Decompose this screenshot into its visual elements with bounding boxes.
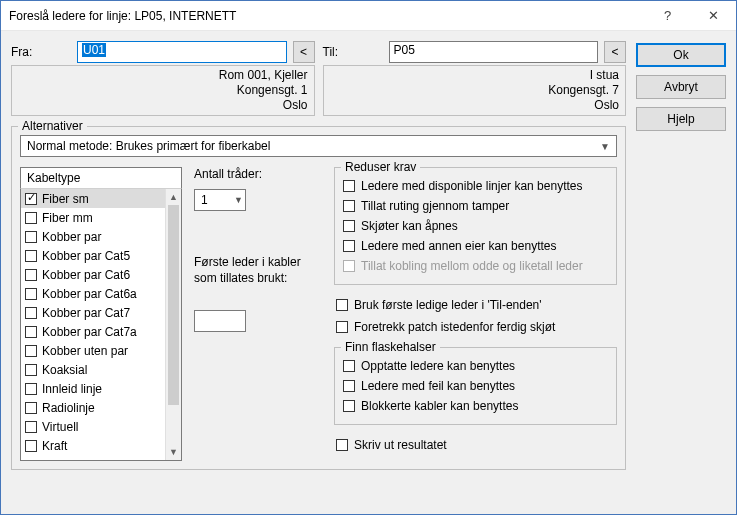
cabletype-listbox: Fiber smFiber mmKobber parKobber par Cat… [20,189,182,461]
list-item[interactable]: Kobber par [21,227,165,246]
scroll-down-icon[interactable]: ▼ [166,444,181,460]
list-item-label: Kobber par Cat7a [42,325,137,339]
to-box: Til: P05 < I stua Kongensgt. 7 Oslo [323,41,627,116]
list-item-label: Kobber par Cat5 [42,249,130,263]
list-item-label: Kobber par Cat6a [42,287,137,301]
titlebar-buttons: ? ✕ [645,1,736,30]
chk-tamper[interactable]: Tillat ruting gjennom tamper [343,196,608,216]
close-icon[interactable]: ✕ [690,1,736,30]
list-item-label: Kobber par [42,230,101,244]
from-address: Rom 001, Kjeller Kongensgt. 1 Oslo [11,65,315,116]
list-item[interactable]: Virtuell [21,417,165,436]
to-addr-line1: I stua [330,68,620,83]
method-combo[interactable]: Normal metode: Brukes primært for fiberk… [20,135,617,157]
scroll-thumb[interactable] [168,205,179,405]
checkbox[interactable] [25,288,37,300]
checkbox[interactable] [25,402,37,414]
bottleneck-group: Finn flaskehalser Opptatte ledere kan be… [334,347,617,425]
checkbox[interactable] [25,383,37,395]
ok-button[interactable]: Ok [636,43,726,67]
to-label: Til: [323,45,383,59]
main-column: Fra: U01 < Rom 001, Kjeller Kongensgt. 1… [11,41,626,506]
list-item[interactable]: Kobber par Cat7 [21,303,165,322]
checkbox[interactable] [25,212,37,224]
chevron-down-icon: ▼ [234,195,243,205]
chk-blokkerte[interactable]: Blokkerte kabler kan benyttes [343,396,608,416]
to-address: I stua Kongensgt. 7 Oslo [323,65,627,116]
to-addr-line3: Oslo [330,98,620,113]
from-input[interactable]: U01 [77,41,287,63]
print-check-row: Skriv ut resultatet [334,435,617,455]
list-item[interactable]: Kobber uten par [21,341,165,360]
first-leader-input[interactable] [194,310,246,332]
list-item-label: Virtuell [42,420,78,434]
list-item-label: Fiber mm [42,211,93,225]
list-item-label: Koaksial [42,363,87,377]
list-item-label: Radiolinje [42,401,95,415]
threads-select[interactable]: 1 ▼ [194,189,246,211]
chk-annen-eier[interactable]: Ledere med annen eier kan benyttes [343,236,608,256]
side-column: Ok Avbryt Hjelp [636,41,726,506]
checkbox[interactable] [25,440,37,452]
chk-feil[interactable]: Ledere med feil kan benyttes [343,376,608,396]
from-browse-button[interactable]: < [293,41,315,63]
checkbox[interactable] [25,250,37,262]
from-addr-line2: Kongensgt. 1 [18,83,308,98]
checkbox[interactable] [25,231,37,243]
list-item-label: Innleid linje [42,382,102,396]
window-title: Foreslå ledere for linje: LP05, INTERNET… [9,9,645,23]
middle-checks: Bruk første ledige leder i 'Til-enden' F… [334,295,617,337]
help-icon[interactable]: ? [645,1,690,30]
mid-column: Antall tråder: 1 ▼ Første leder i kabler… [194,167,322,461]
titlebar: Foreslå ledere for linje: LP05, INTERNET… [1,1,736,31]
chk-forste-ledige[interactable]: Bruk første ledige leder i 'Til-enden' [336,295,617,315]
cancel-button[interactable]: Avbryt [636,75,726,99]
from-addr-line3: Oslo [18,98,308,113]
alternatives-fieldset: Alternativer Normal metode: Brukes primæ… [11,126,626,470]
list-item[interactable]: Fiber sm [21,189,165,208]
list-item[interactable]: Radiolinje [21,398,165,417]
checkbox[interactable] [25,421,37,433]
right-column: Reduser krav Ledere med disponible linje… [334,167,617,461]
checkbox[interactable] [25,345,37,357]
endpoints-row: Fra: U01 < Rom 001, Kjeller Kongensgt. 1… [11,41,626,116]
list-item[interactable]: Innleid linje [21,379,165,398]
help-button[interactable]: Hjelp [636,107,726,131]
chk-disponible[interactable]: Ledere med disponible linjer kan benytte… [343,176,608,196]
list-item[interactable]: Kobber par Cat5 [21,246,165,265]
scroll-up-icon[interactable]: ▲ [166,189,181,205]
scrollbar[interactable]: ▲ ▼ [165,189,181,460]
list-item[interactable]: Kobber par Cat6a [21,284,165,303]
from-box: Fra: U01 < Rom 001, Kjeller Kongensgt. 1… [11,41,315,116]
alternatives-legend: Alternativer [18,119,87,133]
threads-label: Antall tråder: [194,167,322,181]
list-item[interactable]: Koaksial [21,360,165,379]
list-item[interactable]: Kraft [21,436,165,455]
list-item-label: Kraft [42,439,67,453]
list-item[interactable]: Kobber par Cat6 [21,265,165,284]
chk-foretrekk-patch[interactable]: Foretrekk patch istedenfor ferdig skjøt [336,317,617,337]
list-item[interactable]: Fiber mm [21,208,165,227]
chk-skjoter[interactable]: Skjøter kan åpnes [343,216,608,236]
to-addr-line2: Kongensgt. 7 [330,83,620,98]
threads-value: 1 [201,193,208,207]
list-item[interactable]: Kobber par Cat7a [21,322,165,341]
checkbox[interactable] [25,193,37,205]
bottleneck-legend: Finn flaskehalser [341,340,440,354]
checkbox[interactable] [25,307,37,319]
content: Fra: U01 < Rom 001, Kjeller Kongensgt. 1… [1,31,736,514]
chk-print[interactable]: Skriv ut resultatet [336,435,617,455]
checkbox[interactable] [25,326,37,338]
to-input[interactable]: P05 [389,41,599,63]
list-item-label: Kobber par Cat7 [42,306,130,320]
to-browse-button[interactable]: < [604,41,626,63]
chk-opptatte[interactable]: Opptatte ledere kan benyttes [343,356,608,376]
checkbox[interactable] [25,269,37,281]
chk-odde-liketal: Tillat kobling mellom odde og liketall l… [343,256,608,276]
checkbox[interactable] [25,364,37,376]
from-label: Fra: [11,45,71,59]
cabletype-header[interactable]: Kabeltype [20,167,182,189]
method-value: Normal metode: Brukes primært for fiberk… [27,139,596,153]
from-addr-line1: Rom 001, Kjeller [18,68,308,83]
list-item-label: Fiber sm [42,192,89,206]
